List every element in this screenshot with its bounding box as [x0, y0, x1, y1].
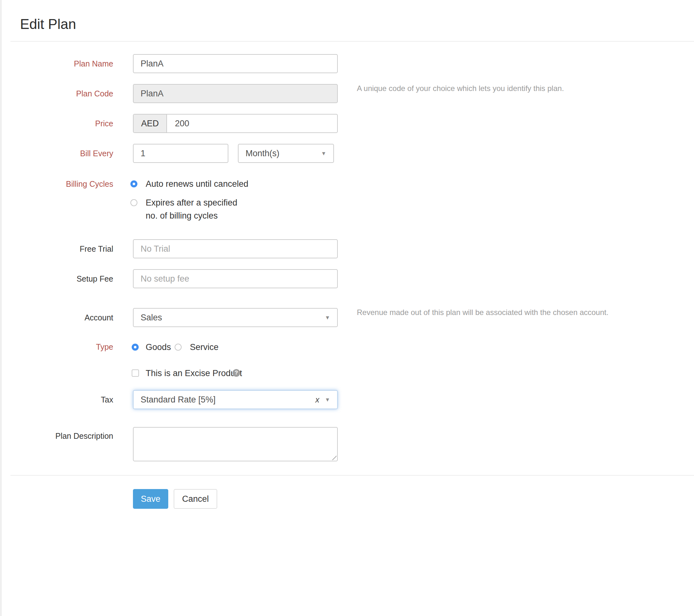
help-icon[interactable]: ? — [233, 369, 240, 377]
bill-every-unit-select[interactable]: Month(s) ▼ — [238, 144, 334, 163]
bill-every-unit-value: Month(s) — [245, 149, 279, 159]
account-select[interactable]: Sales ▼ — [133, 308, 338, 327]
excise-product-checkbox[interactable] — [132, 369, 139, 377]
account-value: Sales — [141, 313, 162, 323]
setup-fee-input[interactable] — [133, 269, 338, 288]
account-helper-text: Revenue made out of this plan will be as… — [357, 307, 608, 318]
plan-name-input[interactable] — [133, 54, 338, 73]
price-field[interactable]: AED 200 — [133, 114, 338, 133]
chevron-down-icon: ▼ — [325, 397, 330, 402]
account-label: Account — [0, 313, 113, 322]
billing-cycle-expires-label-line1[interactable]: Expires after a specified — [146, 198, 237, 207]
type-service-label[interactable]: Service — [190, 342, 219, 352]
chevron-down-icon: ▼ — [325, 315, 330, 321]
free-trial-input[interactable] — [133, 239, 338, 258]
type-label: Type — [0, 342, 113, 351]
plan-name-label: Plan Name — [0, 59, 113, 68]
plan-code-label: Plan Code — [0, 89, 113, 98]
page-title: Edit Plan — [20, 16, 76, 33]
type-goods-label[interactable]: Goods — [146, 342, 171, 352]
currency-prefix: AED — [133, 114, 167, 132]
tax-value: Standard Rate [5%] — [141, 395, 216, 405]
price-value[interactable]: 200 — [167, 114, 189, 132]
type-radio-service[interactable] — [175, 344, 182, 351]
save-button[interactable]: Save — [133, 489, 168, 509]
plan-description-label: Plan Description — [0, 431, 113, 441]
type-radio-goods[interactable] — [132, 344, 139, 351]
chevron-down-icon: ▼ — [321, 151, 326, 156]
bill-every-input[interactable] — [133, 144, 229, 163]
cancel-button[interactable]: Cancel — [174, 489, 217, 509]
clear-selection-icon[interactable]: x — [315, 396, 319, 404]
billing-cycles-label: Billing Cycles — [0, 179, 113, 189]
billing-cycle-auto-renew-label[interactable]: Auto renews until canceled — [146, 179, 249, 189]
edit-plan-page: Edit Plan Plan Name Plan Code A unique c… — [0, 0, 694, 616]
billing-cycle-radio-auto-renew[interactable] — [130, 180, 138, 187]
plan-description-textarea[interactable] — [133, 427, 338, 461]
plan-code-input — [133, 84, 338, 103]
tax-select[interactable]: Standard Rate [5%] x ▼ — [133, 390, 338, 409]
bill-every-label: Bill Every — [0, 149, 113, 158]
setup-fee-label: Setup Fee — [0, 274, 113, 284]
billing-cycle-radio-expires[interactable] — [130, 199, 138, 206]
tax-label: Tax — [0, 395, 113, 404]
footer-divider — [11, 475, 694, 476]
free-trial-label: Free Trial — [0, 244, 113, 254]
billing-cycle-expires-label-line2[interactable]: no. of billing cycles — [146, 211, 218, 220]
plan-code-helper-text: A unique code of your choice which lets … — [357, 83, 564, 93]
excise-product-label[interactable]: This is an Excise Product — [146, 368, 242, 378]
header-divider — [11, 41, 694, 42]
price-label: Price — [0, 119, 113, 128]
